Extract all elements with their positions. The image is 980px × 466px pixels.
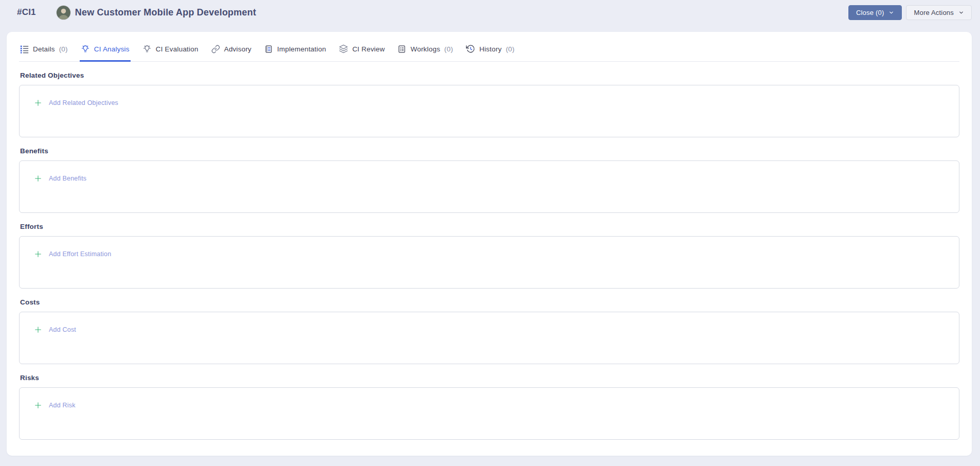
tab-label: CI Evaluation [156,45,198,53]
link-icon [211,45,220,53]
chevron-down-icon [958,10,964,15]
list-icon [20,45,29,53]
efforts-box: Add Effort Estimation [19,236,959,289]
clipboard-icon [264,45,273,53]
tab-label: Worklogs [410,45,440,53]
tab-bar: Details (0) CI Analysis [19,32,959,62]
tab-details[interactable]: Details (0) [19,44,69,62]
tab-implementation[interactable]: Implementation [263,44,327,62]
tab-ci-review[interactable]: CI Review [338,44,386,62]
costs-box: Add Cost [19,312,959,364]
detail-card: Details (0) CI Analysis [7,32,972,456]
tab-ci-analysis[interactable]: CI Analysis [80,44,131,62]
tab-count: (0) [444,45,453,53]
close-button[interactable]: Close (0) [848,5,902,20]
plus-icon [34,174,42,183]
add-effort-estimation-button[interactable]: Add Effort Estimation [34,250,111,258]
tab-count: (0) [59,45,68,53]
plus-icon [34,326,42,334]
plus-icon [34,99,42,107]
tab-label: CI Analysis [94,45,130,53]
risks-box: Add Risk [19,387,959,440]
plus-icon [34,250,42,258]
tab-label: Implementation [277,45,326,53]
tab-advisory[interactable]: Advisory [210,44,252,62]
record-header: #CI1 New Customer Mobile App Development… [0,0,980,25]
section-title-related-objectives: Related Objectives [20,71,959,80]
ci-analysis-panel: Related Objectives Add Related Objective… [7,71,972,440]
more-actions-label: More Actions [914,9,954,16]
lightbulb-icon [81,44,90,53]
tab-ci-evaluation[interactable]: CI Evaluation [141,44,199,62]
plus-icon [34,401,42,409]
user-avatar [57,6,70,20]
tab-label: Details [33,45,55,53]
add-related-objectives-button[interactable]: Add Related Objectives [34,99,118,107]
history-clock-icon [466,44,475,53]
tab-worklogs[interactable]: Worklogs (0) [396,44,454,62]
tab-label: Advisory [224,45,251,53]
page-title: New Customer Mobile App Development [75,7,256,18]
add-link-label: Add Benefits [49,175,86,182]
add-link-label: Add Related Objectives [49,99,118,106]
tab-label: History [479,45,501,53]
lightbulb-icon [142,44,152,53]
benefits-box: Add Benefits [19,160,959,213]
layers-icon [339,44,348,53]
section-title-risks: Risks [20,373,959,382]
more-actions-button[interactable]: More Actions [906,5,972,20]
related-objectives-box: Add Related Objectives [19,85,959,137]
tab-label: CI Review [352,45,385,53]
section-title-costs: Costs [20,298,959,307]
checklist-icon [397,45,406,53]
close-button-label: Close (0) [856,9,884,16]
section-title-benefits: Benefits [20,147,959,155]
add-cost-button[interactable]: Add Cost [34,326,76,334]
ticket-id: #CI1 [17,7,36,17]
tab-count: (0) [506,45,515,53]
section-title-efforts: Efforts [20,222,959,231]
chevron-down-icon [888,10,894,15]
add-benefits-button[interactable]: Add Benefits [34,174,86,183]
add-link-label: Add Effort Estimation [49,250,111,258]
add-link-label: Add Cost [49,326,76,333]
tab-history[interactable]: History (0) [465,44,516,62]
add-link-label: Add Risk [49,402,76,409]
add-risk-button[interactable]: Add Risk [34,401,76,409]
